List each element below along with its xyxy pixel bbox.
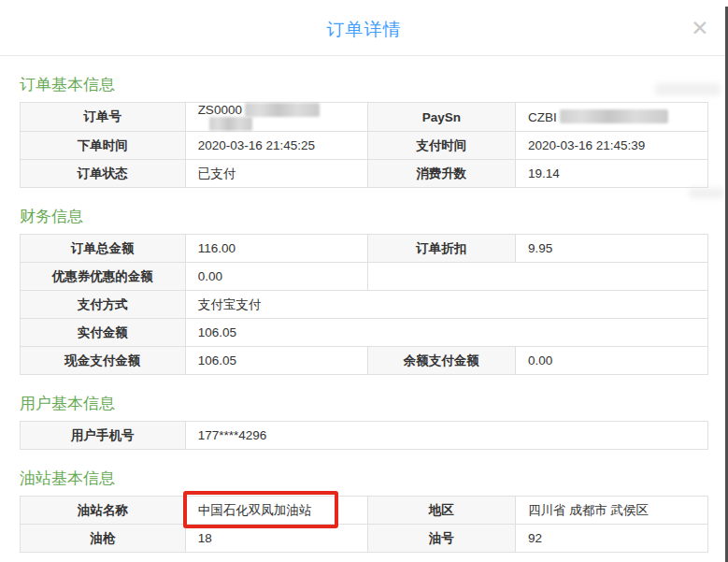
order-time-label: 下单时间: [21, 132, 186, 160]
station-info-table: 油站名称 中国石化双凤加油站 地区 四川省 成都市 武侯区 油枪 18 油号 9…: [20, 496, 708, 553]
modal-header: 订单详情 ✕: [0, 0, 728, 56]
table-row: 订单号 ZS0000 PaySn CZBI: [21, 103, 708, 132]
redacted-block: [209, 117, 252, 131]
total-amount-label: 订单总金额: [21, 235, 186, 263]
empty-cell: [367, 263, 707, 291]
cash-amount-label: 现金支付金额: [21, 347, 186, 375]
user-phone-value: 177****4296: [185, 422, 707, 450]
section-title-user-info: 用户基本信息: [20, 393, 708, 414]
table-row: 油枪 18 油号 92: [21, 525, 708, 553]
order-time-value: 2020-03-16 21:45:25: [185, 132, 367, 160]
page-title: 订单详情: [327, 18, 402, 42]
table-row: 实付金额 106.05: [21, 319, 708, 347]
table-row: 下单时间 2020-03-16 21:45:25 支付时间 2020-03-16…: [21, 132, 708, 160]
balance-amount-value: 0.00: [515, 347, 707, 375]
table-row: 订单总金额 116.00 订单折扣 9.95: [21, 235, 708, 263]
user-phone-label: 用户手机号: [21, 422, 186, 450]
table-row: 用户手机号 177****4296: [21, 422, 708, 450]
table-row: 支付方式 支付宝支付: [21, 291, 708, 319]
gun-value: 18: [185, 525, 367, 553]
pay-method-label: 支付方式: [21, 291, 186, 319]
section-title-order-info: 订单基本信息: [20, 74, 708, 95]
section-title-station-info: 油站基本信息: [20, 468, 708, 489]
oil-no-label: 油号: [367, 525, 515, 553]
liters-label: 消费升数: [367, 160, 515, 188]
redacted-block: [245, 103, 320, 117]
pay-method-value: 支付宝支付: [185, 291, 707, 319]
paysn-prefix: CZBI: [528, 110, 557, 124]
coupon-amount-value: 0.00: [185, 263, 367, 291]
order-status-label: 订单状态: [21, 160, 186, 188]
region-value: 四川省 成都市 武侯区: [515, 497, 707, 525]
table-row: 优惠券优惠的金额 0.00: [21, 263, 708, 291]
discount-value: 9.95: [515, 235, 707, 263]
order-no-value: ZS0000: [185, 103, 367, 132]
discount-label: 订单折扣: [367, 235, 515, 263]
station-name-text: 中国石化双凤加油站: [198, 503, 312, 517]
order-no-prefix: ZS0000: [198, 103, 242, 117]
close-icon[interactable]: ✕: [687, 15, 713, 41]
coupon-amount-label: 优惠券优惠的金额: [21, 263, 186, 291]
finance-info-table: 订单总金额 116.00 订单折扣 9.95 优惠券优惠的金额 0.00 支付方…: [20, 234, 708, 375]
paid-amount-value: 106.05: [185, 319, 707, 347]
region-label: 地区: [367, 497, 515, 525]
order-no-label: 订单号: [21, 103, 186, 132]
pay-time-value: 2020-03-16 21:45:39: [515, 132, 707, 160]
liters-value: 19.14: [515, 160, 707, 188]
section-title-finance-info: 财务信息: [20, 206, 708, 227]
table-row: 油站名称 中国石化双凤加油站 地区 四川省 成都市 武侯区: [21, 497, 708, 525]
total-amount-value: 116.00: [185, 235, 367, 263]
balance-amount-label: 余额支付金额: [367, 347, 515, 375]
gun-label: 油枪: [21, 525, 186, 553]
cash-amount-value: 106.05: [185, 347, 367, 375]
paid-amount-label: 实付金额: [21, 319, 186, 347]
pay-time-label: 支付时间: [367, 132, 515, 160]
redacted-block: [560, 109, 668, 123]
blur-smudge: [689, 188, 724, 198]
paysn-value: CZBI: [515, 103, 707, 132]
modal-body: 订单基本信息 订单号 ZS0000 PaySn CZBI 下单时间 2020-0…: [0, 74, 728, 553]
order-detail-modal: 订单详情 ✕ 订单基本信息 订单号 ZS0000 PaySn CZBI 下单时间…: [0, 0, 728, 562]
table-row: 订单状态 已支付 消费升数 19.14: [21, 160, 708, 188]
order-status-value: 已支付: [185, 160, 367, 188]
station-name-value: 中国石化双凤加油站: [185, 497, 367, 525]
order-info-table: 订单号 ZS0000 PaySn CZBI 下单时间 2020-03-16 21…: [20, 102, 708, 188]
table-row: 现金支付金额 106.05 余额支付金额 0.00: [21, 347, 708, 375]
paysn-label: PaySn: [367, 103, 515, 132]
oil-no-value: 92: [515, 525, 707, 553]
user-info-table: 用户手机号 177****4296: [20, 421, 708, 450]
blur-smudge: [655, 83, 721, 95]
station-name-label: 油站名称: [21, 497, 186, 525]
